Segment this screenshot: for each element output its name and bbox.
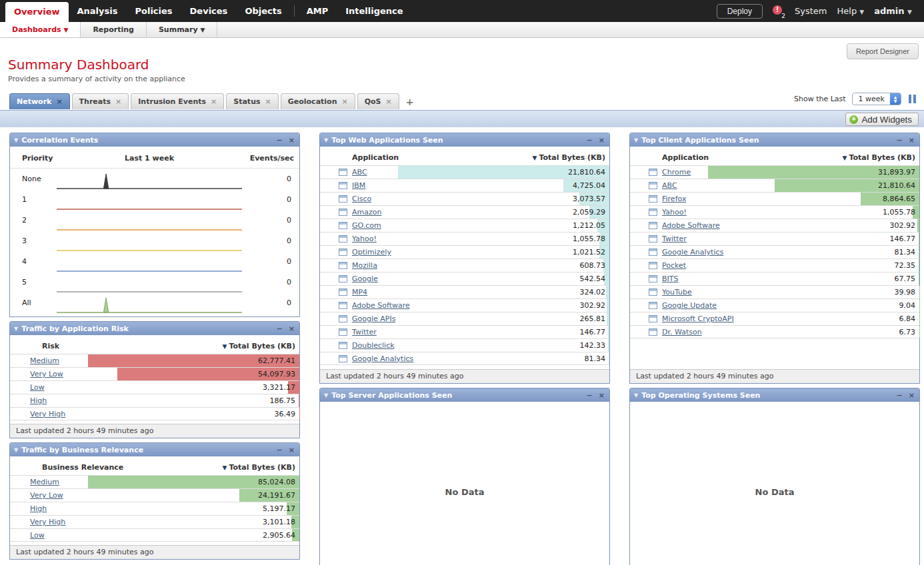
collapse-chevron-icon[interactable]: ▼	[324, 137, 328, 143]
row-link[interactable]: Chrome	[662, 168, 691, 177]
row-link[interactable]: BITS	[662, 275, 679, 283]
row-link[interactable]: Cisco	[352, 195, 371, 203]
row-link[interactable]: Very High	[30, 410, 65, 418]
row-link[interactable]: Google Analytics	[352, 354, 413, 363]
subnav-item-reporting[interactable]: Reporting	[81, 22, 147, 37]
row-link[interactable]: Mozilla	[352, 261, 377, 270]
time-range-select[interactable]: 1 week ▲▼	[852, 93, 901, 105]
row-link[interactable]: Twitter	[662, 235, 687, 243]
row-link[interactable]: Microsoft CryptoAPI	[662, 314, 734, 323]
collapse-chevron-icon[interactable]: ▼	[634, 392, 638, 398]
row-link[interactable]: MP4	[352, 288, 367, 296]
collapse-chevron-icon[interactable]: ▼	[324, 392, 328, 398]
row-link[interactable]: Low	[30, 531, 45, 540]
column-header-sorted[interactable]: ▼Total Bytes (KB)	[843, 153, 915, 162]
dashboard-tab-qos[interactable]: QoS×	[357, 93, 399, 109]
column-header[interactable]: Risk	[10, 342, 223, 350]
close-icon[interactable]: ×	[265, 94, 271, 109]
close-icon[interactable]: ×	[386, 94, 392, 109]
row-link[interactable]: Google APIs	[352, 314, 395, 323]
row-link[interactable]: Google Update	[662, 301, 717, 310]
row-link[interactable]: High	[30, 396, 47, 405]
close-icon[interactable]: ×	[115, 94, 121, 109]
collapse-chevron-icon[interactable]: ▼	[634, 137, 638, 143]
row-link[interactable]: Very Low	[30, 491, 63, 500]
row-link[interactable]: Doubleclick	[352, 341, 395, 350]
row-link[interactable]: IBM	[352, 181, 365, 190]
dashboard-tab-status[interactable]: Status×	[226, 93, 278, 109]
row-label: Medium	[10, 476, 59, 488]
close-icon[interactable]: ×	[211, 94, 217, 109]
row-link[interactable]: High	[30, 504, 47, 513]
close-icon[interactable]: ×	[599, 391, 605, 400]
add-tab-button[interactable]: +	[401, 97, 419, 109]
minimize-icon[interactable]: −	[897, 136, 903, 145]
column-header-sorted[interactable]: ▼Total Bytes (KB)	[533, 153, 605, 162]
row-link[interactable]: Adobe Software	[352, 301, 410, 310]
system-menu[interactable]: System	[795, 6, 827, 16]
row-link[interactable]: YouTube	[662, 288, 692, 296]
row-link[interactable]: Very Low	[30, 370, 63, 378]
dashboard-tab-geolocation[interactable]: Geolocation×	[281, 93, 355, 109]
alerts-button[interactable]: ! 2	[773, 5, 785, 17]
column-header[interactable]: Application	[320, 153, 533, 162]
row-link[interactable]: Medium	[30, 478, 59, 486]
row-link[interactable]: Twitter	[352, 328, 377, 336]
nav-item-devices[interactable]: Devices	[181, 0, 237, 22]
nav-item-analysis[interactable]: Analysis	[69, 0, 127, 22]
dashboard-tab-threats[interactable]: Threats×	[72, 93, 129, 109]
report-designer-button[interactable]: Report Designer	[847, 43, 919, 59]
minimize-icon[interactable]: −	[897, 391, 903, 400]
subnav-item-dashboards[interactable]: Dashboards ▼	[0, 22, 81, 37]
row-link[interactable]: Low	[30, 383, 45, 392]
column-header-sorted[interactable]: ▼Total Bytes (KB)	[223, 342, 295, 350]
close-icon[interactable]: ×	[341, 94, 347, 109]
collapse-chevron-icon[interactable]: ▼	[14, 447, 18, 453]
column-header-sorted[interactable]: ▼Total Bytes (KB)	[223, 463, 295, 472]
minimize-icon[interactable]: −	[587, 136, 593, 145]
minimize-icon[interactable]: −	[277, 136, 283, 145]
row-link[interactable]: Google	[352, 275, 378, 283]
nav-item-intelligence[interactable]: Intelligence	[337, 0, 411, 22]
minimize-icon[interactable]: −	[277, 324, 283, 333]
column-header[interactable]: Business Relevance	[10, 463, 223, 472]
help-menu[interactable]: Help ▼	[837, 6, 865, 16]
minimize-icon[interactable]: −	[587, 391, 593, 400]
minimize-icon[interactable]: −	[277, 446, 283, 454]
row-link[interactable]: Firefox	[662, 195, 686, 203]
close-icon[interactable]: ×	[56, 94, 62, 109]
user-menu[interactable]: admin ▼	[874, 6, 912, 16]
row-link[interactable]: Pocket	[662, 261, 686, 270]
pause-button[interactable]	[907, 93, 917, 105]
dashboard-tab-network[interactable]: Network×	[9, 93, 70, 109]
row-link[interactable]: Google Analytics	[662, 248, 723, 257]
nav-item-amp[interactable]: AMP	[298, 0, 337, 22]
deploy-button[interactable]: Deploy	[717, 4, 763, 19]
nav-item-objects[interactable]: Objects	[236, 0, 290, 22]
dashboard-tab-intrusion-events[interactable]: Intrusion Events×	[131, 93, 224, 109]
close-icon[interactable]: ×	[289, 446, 295, 454]
row-link[interactable]: GO.com	[352, 221, 381, 230]
row-link[interactable]: Yahoo!	[352, 235, 377, 243]
close-icon[interactable]: ×	[909, 391, 915, 400]
collapse-chevron-icon[interactable]: ▼	[14, 137, 18, 143]
row-link[interactable]: ABC	[662, 181, 677, 190]
row-link[interactable]: Dr. Watson	[662, 328, 702, 336]
row-link[interactable]: Yahoo!	[662, 208, 687, 217]
subnav-item-summary[interactable]: Summary ▼	[147, 22, 217, 37]
column-header[interactable]: Application	[630, 153, 843, 162]
collapse-chevron-icon[interactable]: ▼	[14, 326, 18, 332]
nav-item-policies[interactable]: Policies	[126, 0, 181, 22]
close-icon[interactable]: ×	[289, 136, 295, 145]
row-link[interactable]: Optimizely	[352, 248, 391, 257]
row-link[interactable]: Very High	[30, 518, 65, 526]
close-icon[interactable]: ×	[289, 324, 295, 333]
nav-item-overview[interactable]: Overview	[5, 2, 69, 22]
add-widgets-button[interactable]: + Add Widgets	[845, 113, 919, 126]
row-link[interactable]: Adobe Software	[662, 221, 720, 230]
close-icon[interactable]: ×	[599, 136, 605, 145]
row-link[interactable]: ABC	[352, 168, 367, 177]
row-link[interactable]: Medium	[30, 356, 59, 365]
close-icon[interactable]: ×	[909, 136, 915, 145]
row-link[interactable]: Amazon	[352, 208, 381, 217]
